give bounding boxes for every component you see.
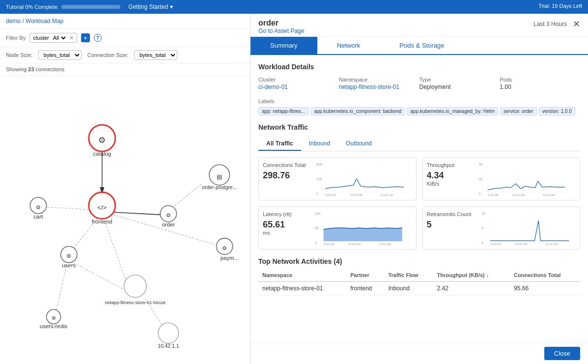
workload-graph[interactable]: ⚙ catalog ▤ order-postgre... </> fronten… [0, 76, 250, 364]
panel-header: order Go to Asset Page Last 3 Hours ✕ [251, 14, 588, 37]
filter-clear-icon[interactable]: ✕ [69, 35, 74, 41]
traffic-tab-all[interactable]: All Traffic [258, 137, 301, 151]
add-filter-button[interactable]: + [81, 33, 90, 42]
connections-suffix: connections [36, 66, 65, 72]
svg-text:1k: 1k [478, 177, 482, 181]
tab-pods-storage[interactable]: Pods & Storage [380, 37, 464, 54]
getting-started-button[interactable]: Getting Started ▾ [128, 3, 173, 10]
svg-text:100: 100 [316, 177, 322, 181]
metric-latency-info: Latency (rtt) 65.61 ms [263, 211, 302, 245]
col-throughput[interactable]: Throughput (KB/s) ↓ [433, 269, 510, 281]
connections-info: Showing 23 connections [0, 63, 250, 76]
traffic-tab-inbound[interactable]: Inbound [301, 137, 338, 151]
connections-total-chart: 200 100 0 9:00 AM 10:00 AM 11:00 AM [309, 162, 412, 196]
workload-details-title: Workload Details [258, 63, 580, 71]
connections-text: Showing [6, 66, 27, 72]
latency-chart: 100 50 0 9:00 AM 10:00 AM 11:00 AM [306, 211, 412, 245]
size-bar: Node Size: bytes_total Connection Size: … [0, 47, 250, 63]
retransmits-chart: 10 5 0 9:00 AM 10:00 AM 11:00 AM [476, 211, 576, 245]
breadcrumb-demo[interactable]: demo [6, 18, 21, 25]
svg-text:10:00 AM: 10:00 AM [348, 243, 361, 245]
panel-header-right: Last 3 Hours ✕ [533, 19, 580, 29]
node-order-icon: ⚙ [166, 212, 171, 218]
main-layout: demo / Workload Map Filter By cluster Al… [0, 14, 588, 364]
panel-close-button[interactable]: ✕ [573, 19, 580, 29]
type-label: Type [420, 77, 500, 83]
svg-text:0: 0 [478, 192, 480, 196]
throughput-line [487, 181, 564, 190]
table-header-row: Namespace Partner Traffic Flow Throughpu… [258, 269, 580, 281]
connections-total-value: 298.76 [263, 170, 306, 181]
svg-text:10:00 AM: 10:00 AM [512, 194, 524, 196]
sort-icon: ↓ [486, 272, 489, 278]
node-users-redis-label: users-redis [40, 323, 68, 329]
namespace-label: Namespace [339, 77, 420, 83]
labels-row: app: netapp-fitnes... app.kubernetes.io_… [258, 107, 580, 115]
node-users-icon: ⚙ [66, 253, 71, 259]
node-locust-label: netapp-fitness-store-01-locust [105, 300, 166, 305]
network-traffic-title: Network Traffic [258, 123, 580, 131]
svg-text:9:00 AM: 9:00 AM [325, 194, 336, 196]
node-order-label: order [162, 222, 175, 227]
node-locust[interactable] [124, 275, 146, 298]
node-cart-icon: ⚙ [36, 204, 41, 210]
row-traffic-flow: Inbound [384, 281, 433, 295]
label-tag-3: service: order [500, 107, 537, 115]
node-order-postgre-label: order-postgre... [202, 185, 237, 190]
label-tag-2: app.kubernetes.io_managed_by: Helm [407, 107, 498, 115]
node-cart-label: cart [33, 214, 43, 220]
edge-users-redis [56, 266, 66, 311]
node-size-select[interactable]: bytes_total [38, 50, 82, 60]
throughput-label: Throughput [427, 162, 466, 168]
node-catalog-icon: ⚙ [98, 136, 106, 145]
svg-text:200: 200 [316, 163, 322, 166]
svg-text:100: 100 [315, 212, 321, 215]
tutorial-label: Tutorial 0% Complete [6, 4, 57, 10]
retransmits-chart-svg: 10 5 0 9:00 AM 10:00 AM 11:00 AM [476, 211, 576, 245]
col-traffic-flow: Traffic Flow [384, 269, 433, 281]
col-connections: Connections Total [510, 269, 580, 281]
graph-area[interactable]: ⚙ catalog ▤ order-postgre... </> fronten… [0, 76, 250, 364]
svg-text:10:00 AM: 10:00 AM [515, 243, 527, 245]
svg-text:0: 0 [481, 241, 483, 245]
cluster-value[interactable]: ci-demo-01 [258, 84, 339, 90]
latency-unit: ms [263, 230, 302, 236]
tabs: Summary Network Pods & Storage [251, 37, 588, 55]
row-partner: frontend [346, 281, 384, 295]
connection-size-select[interactable]: bytes_total [134, 50, 177, 60]
filter-label: Filter By [6, 35, 26, 41]
asset-page-link[interactable]: Go to Asset Page [258, 28, 304, 34]
node-ip-label: 10.42.1.1 [158, 343, 179, 349]
edge-locust-users [74, 263, 123, 289]
pods-label: Pods [500, 77, 580, 83]
col-partner: Partner [346, 269, 384, 281]
filter-value-select[interactable]: All [51, 34, 67, 41]
traffic-tab-outbound[interactable]: Outbound [338, 137, 380, 151]
svg-text:0: 0 [316, 192, 318, 196]
close-bottom-button[interactable]: Close [544, 347, 580, 360]
label-tag-0: app: netapp-fitnes... [258, 107, 308, 115]
help-icon[interactable]: ? [94, 34, 102, 42]
panel-content: Workload Details Cluster ci-demo-01 Name… [251, 55, 588, 342]
getting-started-label: Getting Started [128, 3, 168, 10]
detail-cluster: Cluster ci-demo-01 [258, 77, 339, 90]
label-tag-4: version: 1.0.0 [539, 107, 575, 115]
table-row: netapp-fitness-store-01 frontend Inbound… [258, 281, 580, 295]
panel-header-left: order Go to Asset Page [258, 19, 304, 34]
latency-label: Latency (rtt) [263, 211, 302, 218]
close-bottom-bar: Close [251, 342, 588, 364]
namespace-value[interactable]: netapp-fitness-store-01 [339, 84, 420, 90]
connections-total-label: Connections Total [263, 162, 306, 168]
metric-retransmits: Retransmits Count 5 10 5 0 [422, 206, 581, 250]
tab-network[interactable]: Network [317, 37, 380, 54]
tab-summary[interactable]: Summary [251, 37, 317, 54]
svg-text:5: 5 [481, 226, 483, 230]
node-catalog-label: catalog [93, 151, 111, 157]
node-users-redis-icon: ⚙ [52, 315, 56, 321]
labels-title: Labels [258, 98, 580, 104]
node-ip[interactable] [158, 323, 179, 343]
network-traffic-section: Network Traffic All Traffic Inbound Outb… [258, 123, 580, 250]
throughput-value: 4.34 [427, 170, 466, 181]
connections-line [325, 179, 404, 189]
cluster-label: Cluster [258, 77, 339, 83]
